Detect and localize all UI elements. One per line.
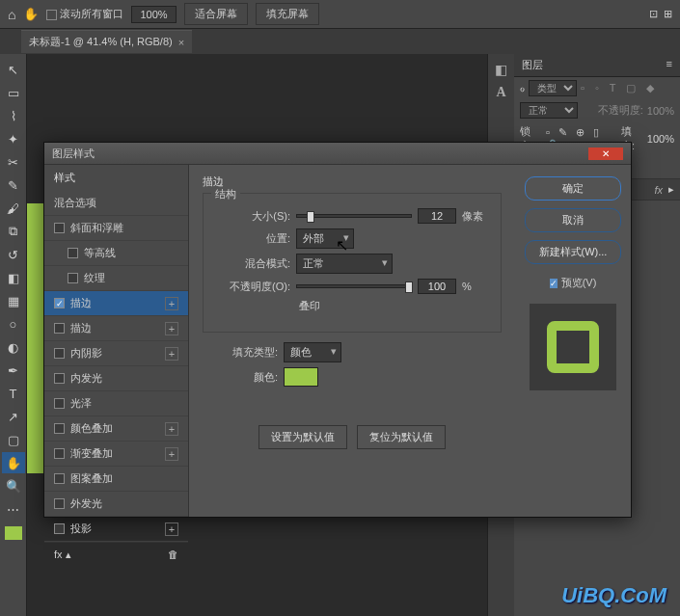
pen-tool[interactable]: ✒ [2,360,25,381]
size-input[interactable]: 12 [418,208,456,224]
style-item[interactable]: 等高线 [44,241,188,266]
dialog-titlebar[interactable]: 图层样式 ✕ [44,143,631,165]
opacity-slider[interactable] [296,284,412,288]
layer-style-dialog: 图层样式 ✕ 样式 混合选项 斜面和浮雕等高线纹理描边+描边+内阴影+内发光光泽… [43,142,632,518]
color-swatch[interactable] [284,367,318,387]
gradient-tool[interactable]: ▦ [2,290,25,311]
style-item[interactable]: 斜面和浮雕 [44,216,188,241]
add-effect-icon[interactable]: + [165,297,178,310]
fill-type-dropdown[interactable]: 颜色 [284,342,341,362]
type-tool[interactable]: T [2,383,25,404]
add-effect-icon[interactable]: + [165,422,178,436]
close-icon[interactable]: × [178,37,184,48]
brush-tool[interactable]: 🖌 [2,198,25,219]
character-panel-icon[interactable]: A [496,85,505,100]
blending-options[interactable]: 混合选项 [44,191,188,216]
zoom-tool[interactable]: 🔍 [2,475,25,496]
color-swatch[interactable] [5,526,22,540]
history-brush-tool[interactable]: ↺ [2,244,25,265]
fit-screen-button[interactable]: 适合屏幕 [184,3,248,25]
move-tool[interactable]: ↖ [2,59,25,80]
trash-icon[interactable]: 🗑 [168,549,178,561]
style-item[interactable]: 图案叠加 [44,467,188,492]
add-effect-icon[interactable]: + [165,347,178,361]
marquee-tool[interactable]: ▭ [2,82,25,103]
chevron-icon[interactable]: ▸ [668,183,674,196]
blend-mode-select[interactable]: 正常 [520,102,578,119]
style-item[interactable]: 内发光 [44,366,188,391]
dialog-close-button[interactable]: ✕ [588,147,623,160]
path-tool[interactable]: ↗ [2,406,25,427]
style-checkbox[interactable] [54,373,65,384]
filter-icons[interactable]: ▫ ◦ T ▢ ◆ [581,82,658,94]
add-effect-icon[interactable]: + [165,322,178,335]
style-checkbox[interactable] [54,448,65,459]
style-label: 描边 [70,321,92,335]
opacity-value[interactable]: 100% [647,105,674,117]
style-checkbox[interactable] [54,223,65,233]
style-item[interactable]: 内阴影+ [44,341,188,366]
stamp-tool[interactable]: ⧉ [2,221,25,242]
more-tools[interactable]: ⋯ [2,498,25,520]
style-checkbox[interactable] [54,348,65,359]
home-icon[interactable]: ⌂ [8,7,15,22]
opacity-unit: % [462,281,472,292]
style-checkbox[interactable] [54,523,65,534]
make-default-button[interactable]: 设置为默认值 [258,425,347,449]
hand-tool[interactable]: ✋ [2,452,25,473]
color-panel-icon[interactable]: ◧ [495,62,507,77]
layers-panel-header[interactable]: 图层 ≡ [514,54,680,77]
new-style-button[interactable]: 新建样式(W)... [525,240,621,264]
fill-screen-button[interactable]: 填充屏幕 [256,3,319,25]
fill-value[interactable]: 100% [647,133,674,145]
style-checkbox[interactable] [54,423,65,434]
style-checkbox[interactable] [54,398,65,409]
overprint-checkbox[interactable]: 叠印 [296,299,320,313]
opacity-label: 不透明度(O): [215,280,290,294]
style-checkbox[interactable] [68,248,78,258]
eyedropper-tool[interactable]: ✎ [2,174,25,196]
style-checkbox[interactable] [68,273,78,283]
size-slider[interactable] [296,214,412,218]
document-tab[interactable]: 未标题-1 @ 41.4% (H, RGB/8) × [21,30,192,53]
style-checkbox[interactable] [54,473,65,484]
hand-tool-icon[interactable]: ✋ [23,7,39,21]
preview-checkbox[interactable]: ✓ 预览(V) [550,276,597,290]
opacity-input[interactable]: 100 [418,279,456,294]
style-list-footer: fx ▴ 🗑 [44,542,188,567]
share-icon[interactable]: ⊞ [664,8,672,20]
layer-type-filter[interactable]: 类型 [529,80,577,96]
fx-menu-icon[interactable]: fx ▴ [54,549,71,561]
add-effect-icon[interactable]: + [165,447,178,461]
style-item[interactable]: 描边+ [44,316,188,341]
style-item[interactable]: 描边+ [44,291,188,316]
style-checkbox[interactable] [54,298,65,308]
style-item[interactable]: 外发光 [44,492,188,517]
cancel-button[interactable]: 取消 [525,208,621,232]
style-checkbox[interactable] [54,323,65,334]
scroll-all-windows[interactable]: 滚动所有窗口 [46,7,123,21]
search-icon[interactable]: ⊡ [649,8,658,20]
ok-button[interactable]: 确定 [525,176,621,201]
blur-tool[interactable]: ○ [2,313,25,335]
fx-badge[interactable]: fx [654,184,663,196]
style-checkbox[interactable] [54,498,65,509]
panel-menu-icon[interactable]: ≡ [666,58,672,72]
style-item[interactable]: 颜色叠加+ [44,416,188,442]
style-item[interactable]: 纹理 [44,266,188,291]
lasso-tool[interactable]: ⌇ [2,105,25,126]
dodge-tool[interactable]: ◐ [2,336,25,358]
style-item[interactable]: 光泽 [44,391,188,416]
shape-tool[interactable]: ▢ [2,429,25,450]
style-item[interactable]: 渐变叠加+ [44,442,188,467]
wand-tool[interactable]: ✦ [2,128,25,149]
crop-tool[interactable]: ✂ [2,151,25,173]
style-item[interactable]: 投影+ [44,517,188,542]
eraser-tool[interactable]: ◧ [2,267,25,288]
position-label: 位置: [215,231,290,246]
add-effect-icon[interactable]: + [165,522,178,536]
position-dropdown[interactable]: 外部 [296,228,354,249]
zoom-level[interactable]: 100% [131,6,176,23]
reset-default-button[interactable]: 复位为默认值 [357,425,446,449]
blend-mode-dropdown[interactable]: 正常 [296,254,393,274]
